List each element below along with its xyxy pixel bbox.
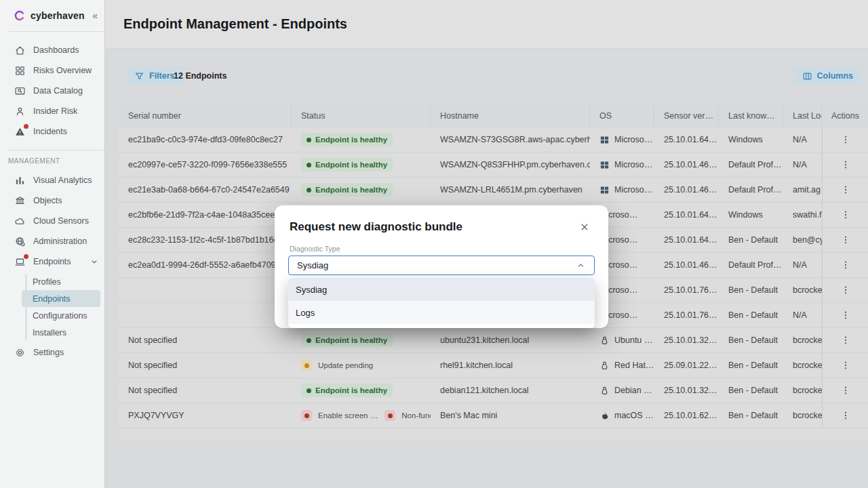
column-header-actions[interactable]: Actions xyxy=(822,104,868,127)
diagnostic-type-select[interactable]: Sysdiag xyxy=(288,256,595,275)
columns-icon xyxy=(802,71,812,81)
status-badge-error: Non-funct xyxy=(384,410,431,421)
alert-dot xyxy=(24,254,28,259)
chevron-down-icon xyxy=(90,257,99,266)
sidebar-item-incidents[interactable]: Incidents xyxy=(0,121,104,142)
cell-sensor-version: 25.09.01.22… xyxy=(654,353,719,378)
row-actions-menu-button[interactable] xyxy=(837,182,854,198)
person-icon xyxy=(14,106,26,117)
column-header-hostname[interactable]: Hostname xyxy=(431,104,590,127)
sidebar-collapse-icon[interactable]: « xyxy=(92,10,98,21)
columns-button[interactable]: Columns xyxy=(794,67,861,85)
cell-serial-number: Not specified xyxy=(119,328,292,352)
cell-serial-number: ec20997e-ce57-3220-f099-7656e338e555 xyxy=(119,152,292,177)
brand-header: cyberhaven « xyxy=(0,0,104,31)
row-actions-menu-button[interactable] xyxy=(837,157,854,173)
cell-actions xyxy=(822,253,868,277)
sidebar-subitem-configurations[interactable]: Configurations xyxy=(22,307,100,324)
cell-last-known-profile: Ben - Default xyxy=(719,378,783,403)
sidebar-item-data-catalog[interactable]: Data Catalog xyxy=(0,81,104,101)
column-header-os[interactable]: OS xyxy=(590,104,654,127)
kebab-icon xyxy=(840,134,851,145)
cell-last-login: N/A xyxy=(783,253,822,277)
cell-hostname: debian121.kitchen.local xyxy=(431,378,590,403)
cell-os: Red Hat… xyxy=(590,353,654,378)
row-actions-menu-button[interactable] xyxy=(837,382,854,399)
cell-serial-number: ec2bfb6e-21d9-7f2a-c4ae-1048a35cee03 xyxy=(119,203,292,227)
row-actions-menu-button[interactable] xyxy=(837,282,854,298)
cell-serial-number: PXJQ7VYVGY xyxy=(119,403,292,428)
cell-last-known-profile: Windows xyxy=(719,127,783,152)
kebab-icon xyxy=(840,285,851,296)
status-dot xyxy=(301,360,312,371)
kebab-icon xyxy=(840,159,851,170)
status-badge-healthy: Endpoint is healthy xyxy=(301,183,393,197)
status-badge-healthy: Endpoint is healthy xyxy=(301,333,393,347)
column-header-serial-number[interactable]: Serial number xyxy=(119,104,292,127)
cell-hostname: WSAMZN-Q8S3FHHP.pm.cyberhaven.com xyxy=(431,152,590,177)
warning-icon xyxy=(14,126,26,138)
cell-actions xyxy=(822,278,868,302)
sidebar-item-objects[interactable]: Objects xyxy=(0,190,104,211)
cell-actions xyxy=(822,203,868,227)
row-actions-menu-button[interactable] xyxy=(837,207,854,223)
column-header-sensor-ver[interactable]: Sensor ver… xyxy=(654,104,719,127)
row-actions-menu-button[interactable] xyxy=(837,131,854,148)
cell-hostname: Ben's Mac mini xyxy=(431,403,590,428)
sidebar-item-endpoints[interactable]: Endpoints xyxy=(0,251,104,272)
dropdown-option-sysdiag[interactable]: Sysdiag xyxy=(288,278,595,301)
status-dot xyxy=(307,163,311,167)
cell-last-known-profile: Default Prof… xyxy=(719,152,783,177)
sidebar-item-settings[interactable]: Settings xyxy=(0,342,104,363)
kebab-icon xyxy=(840,410,851,421)
brand-name: cyberhaven xyxy=(31,10,85,21)
row-actions-menu-button[interactable] xyxy=(837,357,854,373)
windows-icon xyxy=(599,135,610,145)
kebab-icon xyxy=(840,184,851,195)
sidebar-submenu-endpoints: ProfilesEndpointsConfigurationsInstaller… xyxy=(22,273,100,341)
cell-status: Endpoint is healthy xyxy=(292,378,431,403)
close-button[interactable] xyxy=(578,221,591,233)
sidebar-item-administration[interactable]: Administration xyxy=(0,231,104,251)
sidebar-item-visual-analytics[interactable]: Visual Analytics xyxy=(0,170,104,190)
table-row: Not specifiedEndpoint is healthydebian12… xyxy=(119,378,868,403)
status-dot xyxy=(307,388,311,393)
column-header-last-know[interactable]: Last know… xyxy=(719,104,783,127)
cell-status: Endpoint is healthy xyxy=(292,328,431,352)
cell-actions xyxy=(822,378,868,403)
table-row: ec21e3ab-0a68-b664-67c0-24547e2a6549Endp… xyxy=(119,178,868,203)
sidebar-nav-management: Visual AnalyticsObjectsCloud SensorsAdmi… xyxy=(0,170,104,341)
row-actions-menu-button[interactable] xyxy=(837,232,854,248)
cell-hostname: ubuntu231.kitchen.local xyxy=(431,328,590,352)
row-actions-menu-button[interactable] xyxy=(837,307,854,323)
row-actions-menu-button[interactable] xyxy=(837,257,854,273)
cell-serial-number: ec2ea0d1-9994-26df-5552-a6aefb4709d8 xyxy=(119,253,292,277)
table-row: ec20997e-ce57-3220-f099-7656e338e555Endp… xyxy=(119,152,868,178)
status-badge-healthy: Endpoint is healthy xyxy=(301,133,393,146)
dropdown-option-logs[interactable]: Logs xyxy=(288,301,595,324)
sidebar-item-risks-overview[interactable]: Risks Overview xyxy=(0,60,104,81)
row-actions-menu-button[interactable] xyxy=(837,407,854,424)
sidebar-nav-top: DashboardsRisks OverviewData CatalogInsi… xyxy=(0,32,104,142)
sidebar-item-label: Dashboards xyxy=(33,45,79,55)
cell-last-login: swathi.f xyxy=(783,203,822,227)
column-header-status[interactable]: Status xyxy=(292,104,431,127)
cell-last-login: bcrocke xyxy=(783,378,822,403)
row-actions-menu-button[interactable] xyxy=(837,332,854,348)
kebab-icon xyxy=(840,310,851,321)
sidebar-subitem-profiles[interactable]: Profiles xyxy=(22,273,100,290)
sidebar-item-label: Cloud Sensors xyxy=(33,216,89,226)
dialog-title: Request new diagnostic bundle xyxy=(290,220,462,234)
sidebar-subitem-installers[interactable]: Installers xyxy=(22,324,100,341)
sidebar-item-dashboards[interactable]: Dashboards xyxy=(0,40,104,60)
cell-actions xyxy=(822,127,868,152)
cell-hostname: WSAMZN-S73GSG8R.aws-apac.cyberhave… xyxy=(431,127,590,152)
sidebar-item-insider-risk[interactable]: Insider Risk xyxy=(0,101,104,121)
column-header-last-log[interactable]: Last Log xyxy=(783,104,822,127)
sidebar-subitem-endpoints[interactable]: Endpoints xyxy=(22,290,100,307)
cell-sensor-version: 25.10.01.64… xyxy=(654,203,719,227)
sidebar-item-cloud-sensors[interactable]: Cloud Sensors xyxy=(0,211,104,231)
cell-hostname: WSAMZN-LRL4651M.pm.cyberhaven xyxy=(431,178,590,202)
sidebar-section-label: MANAGEMENT xyxy=(0,150,104,170)
cell-status: Endpoint is healthy xyxy=(292,127,431,152)
